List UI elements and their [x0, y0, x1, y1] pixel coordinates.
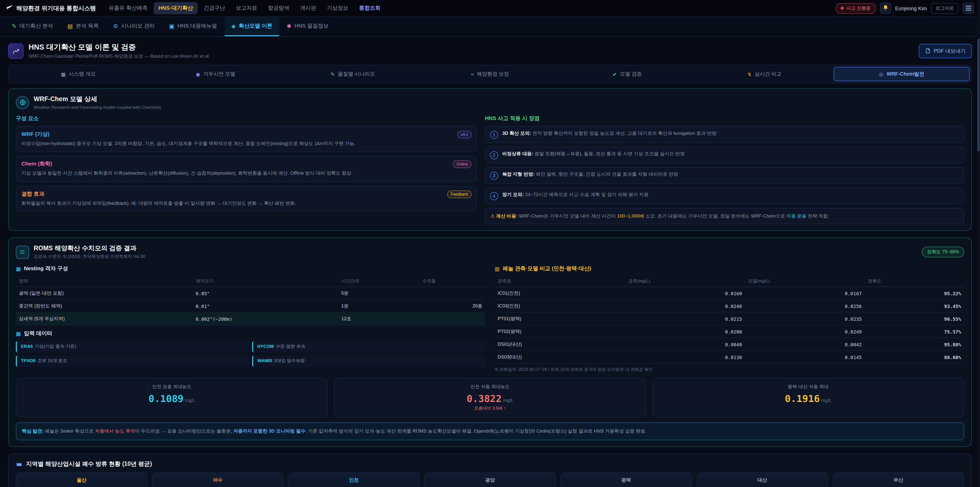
table-row: PT01(평택)0.02150.023590.55% [495, 313, 964, 325]
nav-oil-spill[interactable]: 유출유 확산예측 [104, 2, 152, 14]
nav-air-search[interactable]: 항공탐색 [263, 2, 294, 14]
version-badge: v4.x [457, 131, 472, 139]
incident-dot-icon [841, 6, 844, 10]
manual-icon: ▣ [169, 23, 175, 29]
wrfchem-card-subtitle: Weather Research and Forecasting model c… [34, 105, 161, 110]
step-number-badge: 2 [490, 151, 498, 160]
input-source-era5: ERA5기상(기압·풍속·기온) [16, 342, 249, 353]
nesting-section: ▦ Nesting 격자 구성 영역 격자크기 시간간격 수직층 광역 (일본· [16, 265, 485, 373]
database-icon: ▦ [16, 331, 21, 337]
page-scrollbar[interactable] [977, 0, 980, 487]
nav-integrated-search[interactable]: 통합조회 [355, 2, 385, 14]
waves-icon [16, 246, 29, 259]
nesting-section-title: Nesting 격자 구성 [24, 265, 68, 273]
advantages-section-title: HNS 사고 적용 시 장점 [485, 115, 964, 122]
main-nav: 유출유 확산예측 HNS·대기확산 긴급구난 보고자료 항공탐색 게시판 기상정… [104, 2, 836, 14]
list-icon: ▤ [67, 23, 73, 29]
subnav-hns-material-info[interactable]: ✱ HNS 물질정보 [280, 17, 335, 36]
overview-icon: ▦ [61, 71, 66, 77]
nav-hns-dispersion[interactable]: HNS·대기확산 [154, 2, 197, 14]
validate-icon: ✔ [613, 71, 617, 77]
topbar-right: 사고 진행중 Eunjeong Kim 로그아웃 [835, 3, 974, 14]
hamburger-menu-button[interactable] [963, 3, 974, 14]
region-stat-daesan: 대산 65,101 m³/일 346kg/년 [697, 472, 828, 487]
nav-emergency[interactable]: 긴급구난 [199, 2, 230, 14]
subnav-analysis-list[interactable]: ▤ 분석 목록 [61, 17, 105, 36]
input-source-hycom: HYCOM수온·염분·유속 [252, 342, 485, 353]
table-row: 상세역 (5개 우심지역) 0.002°(~200m) 12초 [16, 313, 485, 325]
subnav: ✎ 대기확산 분석 ▤ 분석 목록 ⚙ 시나리오 관리 ▣ HNS 대응매뉴얼 … [0, 17, 980, 37]
advantage-item: 1 3D 확산 모의: 연직 방향 확산까지 포함한 정밀 농도장 계산. 고층… [485, 126, 964, 143]
region-stat-pyeongtaek: 평택 85,475 m³/일 781kg/년 [560, 472, 692, 487]
table-row: PT02(평택)0.02000.024975.57% [495, 325, 964, 338]
scrollbar-thumb[interactable] [977, 39, 980, 151]
wing-logo-icon [6, 3, 13, 13]
grid-icon: ▦ [16, 266, 21, 272]
bell-icon [882, 3, 888, 13]
component-coupling: 결합 효과 Feedback 화학물질의 복사 효과가 기상장에 되먹임(fee… [16, 186, 477, 211]
factory-icon [16, 460, 22, 468]
scenario-icon: ✎ [331, 71, 335, 77]
wrfchem-components-column: 구성 요소 WRF (기상) v4.x 비정수압(non-hydrostatic… [16, 115, 477, 225]
app-logo[interactable]: 해양환경 위기대응 통합시스템 [6, 3, 96, 13]
computation-cost-note: ⚠ 계산 비용: WRF-Chem은 가우시안 모델 대비 계산 시간이 100… [485, 208, 964, 225]
phenol-table: 관측정 관측(mg/L) 모델(mg/L) 정확도 IC01(인천)0.0160… [495, 276, 964, 364]
subnav-model-theory[interactable]: ◈ 확산모델 이론 [225, 17, 279, 36]
roms-card-subtitle: 김경옥·이문진 외 (2024), 한국해양환경·안전학회지 Vol.30 [34, 254, 145, 260]
region-stat-gwangyang: 광양 86,395 m³/일 741kg/년 [424, 472, 555, 487]
table-row: IC03(인천)0.02400.025693.45% [495, 300, 964, 313]
online-badge: Online [453, 161, 472, 168]
nav-weather[interactable]: 기상정보 [322, 2, 353, 14]
gear-icon: ⚙ [113, 23, 118, 29]
nav-reports[interactable]: 보고자료 [231, 2, 262, 14]
table-row: IC01(인천)0.01600.016795.22% [495, 287, 964, 300]
incident-status-badge[interactable]: 사고 진행중 [835, 3, 876, 14]
discharge-card-title: 지역별 해양산업시설 폐수 방류 현황 (10년 평균) [26, 460, 152, 468]
tab-realtime-compare[interactable]: ↯ 실시간 비교 [697, 67, 833, 81]
subnav-scenario-mgmt[interactable]: ⚙ 시나리오 관리 [107, 17, 162, 36]
notifications-button[interactable] [880, 3, 891, 14]
tab-material-scenarios[interactable]: ✎ 물질별 시나리오 [285, 67, 421, 81]
metric-incheon-bottom: 인천 저층 최대농도 0.3822mg/L 표층대비 3.5배 ↑ [334, 378, 646, 417]
warning-icon: ⚠ [490, 214, 495, 219]
subnav-hns-manual[interactable]: ▣ HNS 대응매뉴얼 [162, 17, 224, 36]
logout-button[interactable]: 로그아웃 [931, 3, 959, 14]
table-row: DS03(대산)0.01300.014588.60% [495, 351, 964, 364]
region-stats-row: 울산 414,620 m³/일 1,837kg/년 여수 124,890 m³/… [16, 472, 964, 487]
page-title: HNS 대기확산 모델 이론 및 검증 [29, 42, 210, 52]
wrfchem-advantages-column: HNS 사고 적용 시 장점 1 3D 확산 모의: 연직 방향 확산까지 포함… [485, 115, 964, 225]
subnav-air-analysis[interactable]: ✎ 대기확산 분석 [5, 17, 60, 36]
pdf-export-button[interactable]: PDF 내보내기 [919, 44, 972, 58]
tab-system-overview[interactable]: ▦ 시스템 개요 [10, 67, 146, 81]
region-stat-incheon: 인천 91,658 m³/일 1,872kg/년 [288, 472, 420, 487]
phenol-section-title: 페놀 관측·모델 비교 (인천·평택·대산) [503, 265, 591, 273]
input-data-title: 입력 데이터 [24, 330, 52, 337]
ocean-icon: ≈ [471, 71, 474, 77]
nesting-table: 영역 격자크기 시간간격 수직층 광역 (일본·대만 포함) 0.05° 5분 [16, 276, 485, 326]
wrfchem-card-title: WRF-Chem 모델 상세 [34, 95, 161, 104]
document-icon [925, 48, 931, 54]
component-wrf: WRF (기상) v4.x 비정수압(non-hydrostatic) 중규모 … [16, 126, 477, 152]
nav-board[interactable]: 게시판 [296, 2, 321, 14]
tab-wrfchem-advance[interactable]: ◎ WRF-Chem발전 [834, 67, 970, 81]
tab-ocean-correction[interactable]: ≈ 해양환경 보정 [422, 67, 558, 81]
metric-summary-row: 인천 표층 최대농도 0.1089mg/L 인천 저층 최대농도 0.3822m… [16, 378, 964, 417]
step-number-badge: 4 [490, 192, 498, 200]
table-row: DS01(대산)0.00400.004295.88% [495, 338, 964, 351]
wrfchem-detail-card: WRF-Chem 모델 상세 Weather Research and Fore… [8, 88, 972, 231]
phenol-table-note: ※ 관측일자: 2023.06.27~28 / 전체 10개 관측정 중 6개 … [495, 367, 964, 373]
component-chem: Chem (화학) Online 기상 모델과 동일한 시간 스텝에서 화학종의… [16, 156, 477, 182]
region-stat-ulsan: 울산 414,620 m³/일 1,837kg/년 [16, 472, 147, 487]
chart-icon: ▥ [495, 266, 500, 272]
globe-icon [16, 96, 29, 109]
discharge-status-card: 지역별 해양산업시설 폐수 방류 현황 (10년 평균) 울산 414,620 … [8, 453, 972, 487]
tab-model-validation[interactable]: ✔ 모델 검증 [559, 67, 695, 81]
topbar: 해양환경 위기대응 통합시스템 유출유 확산예측 HNS·대기확산 긴급구난 보… [0, 0, 980, 17]
bolt-icon: ↯ [747, 71, 752, 77]
roms-card-title: ROMS 해양확산 수치모의 검증 결과 [34, 244, 145, 253]
phenol-comparison-section: ▥ 페놀 관측·모델 비교 (인천·평택·대산) 관측정 관측(mg/L) 모델… [495, 265, 964, 373]
tab-gaussian-model[interactable]: ◉ 가우시안 모델 [148, 67, 284, 81]
accuracy-badge: 정확도 75~95% [922, 247, 964, 258]
input-source-wamis: WAMIS5대강 담수유량 [252, 356, 485, 367]
wrf-icon: ◎ [879, 71, 883, 77]
